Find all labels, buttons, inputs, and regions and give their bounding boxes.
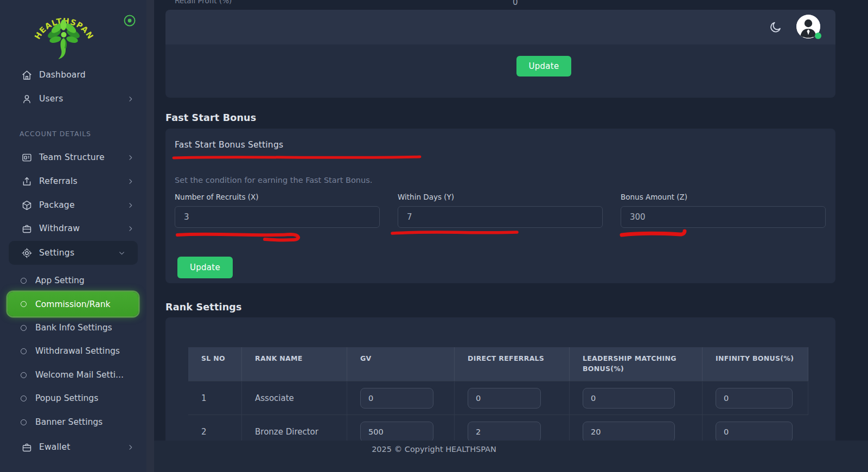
retail-profit-card-partial — [165, 44, 835, 98]
field-within-days: Within Days (Y) — [398, 193, 603, 228]
row1-infinity-bonus-input[interactable] — [716, 388, 793, 409]
row2-gv-input[interactable] — [360, 422, 433, 442]
subitem-label: Withdrawal Settings — [35, 346, 120, 356]
number-of-recruits-label: Number of Recruits (X) — [175, 193, 380, 201]
col-header-leadership-matching-bonus: LEADERSHIP MATCHING BONUS(%) — [570, 347, 703, 381]
top-navbar — [165, 10, 835, 44]
healthspan-logo[interactable]: HEALTHSPAN — [30, 5, 98, 61]
sidebar-item-label: Team Structure — [39, 152, 105, 162]
bullet-icon — [21, 372, 27, 378]
bullet-icon — [21, 419, 27, 425]
sidebar-subitem-popup-settings[interactable]: Popup Settings — [0, 386, 146, 410]
bonus-amount-label: Bonus Amount (Z) — [621, 193, 826, 201]
subitem-label: Banner Settings — [35, 417, 103, 427]
chevron-right-icon — [127, 177, 135, 185]
fast-start-bonus-section-title: Fast Start Bonus — [165, 112, 256, 123]
within-days-input[interactable] — [398, 206, 603, 228]
sidebar-item-users[interactable]: Users — [0, 87, 146, 111]
referral-icon — [21, 175, 33, 187]
subitem-label: Welcome Mail Setti... — [35, 370, 124, 380]
clipped-retail-profit-label: Retail Profit (%) — [175, 0, 232, 5]
bullet-icon — [21, 278, 27, 284]
subitem-label: Commission/Rank — [35, 299, 111, 309]
sidebar-section-account-details: ACCOUNT DETAILS — [20, 130, 91, 138]
target-icon — [123, 14, 137, 28]
chevron-right-icon — [127, 201, 135, 209]
row1-gv-input[interactable] — [360, 388, 433, 409]
col-header-sl-no: SL NO — [188, 347, 242, 381]
home-icon — [21, 69, 33, 81]
chevron-right-icon — [127, 154, 135, 161]
sidebar-item-label: Referrals — [39, 176, 78, 186]
row1-leadership-cell — [570, 381, 703, 414]
row1-direct-referrals-input[interactable] — [468, 388, 541, 409]
field-bonus-amount: Bonus Amount (Z) — [621, 193, 826, 228]
bonus-amount-input[interactable] — [621, 206, 826, 228]
sidebar-subitem-welcome-mail-settings[interactable]: Welcome Mail Setti... — [0, 363, 146, 387]
chevron-right-icon — [127, 225, 135, 232]
sidebar-item-label: Settings — [39, 248, 74, 258]
sidebar-item-label: Package — [39, 200, 75, 210]
row1-direct-cell — [455, 381, 570, 414]
withdraw-icon — [21, 222, 33, 234]
fast-start-bonus-description: Set the condition for earning the Fast S… — [175, 176, 372, 184]
sidebar-item-team-structure[interactable]: Team Structure — [0, 145, 146, 169]
number-of-recruits-input[interactable] — [175, 206, 380, 228]
ewallet-icon — [21, 441, 33, 453]
sidebar-item-label: Dashboard — [39, 70, 86, 80]
retail-profit-update-button[interactable]: Update — [516, 56, 571, 76]
bullet-icon — [21, 348, 27, 354]
chevron-down-icon — [118, 249, 126, 257]
chevron-right-icon — [127, 95, 135, 103]
row1-gv-cell — [347, 381, 455, 414]
fast-start-bonus-card-title: Fast Start Bonus Settings — [175, 140, 283, 150]
gear-icon — [21, 247, 33, 259]
col-header-infinity-bonus: INFINITY BONUS(%) — [703, 347, 808, 381]
sidebar-item-label: Ewallet — [39, 442, 71, 452]
sidebar-pin-toggle[interactable] — [123, 14, 137, 28]
moon-icon — [769, 21, 782, 34]
sidebar-subitem-app-setting[interactable]: App Setting — [0, 269, 146, 292]
row1-infinity-cell — [703, 381, 808, 414]
sidebar-subitem-bank-info-settings[interactable]: Bank Info Settings — [0, 316, 146, 340]
bullet-icon — [21, 396, 27, 401]
sidebar-item-ewallet[interactable]: Ewallet — [0, 435, 146, 459]
rank-settings-section-title: Rank Settings — [165, 302, 242, 312]
sidebar-item-withdraw[interactable]: Withdraw — [0, 216, 146, 240]
sidebar-item-referrals[interactable]: Referrals — [0, 169, 146, 193]
row1-sl: 1 — [188, 381, 242, 414]
row1-leadership-bonus-input[interactable] — [583, 388, 675, 409]
subitem-label: Bank Info Settings — [35, 323, 112, 333]
row2-leadership-bonus-input[interactable] — [583, 422, 675, 442]
chevron-right-icon — [127, 443, 135, 451]
sidebar-item-label: Withdraw — [39, 224, 80, 233]
within-days-label: Within Days (Y) — [398, 193, 603, 201]
rank-settings-card: SL NO RANK NAME GV DIRECT REFERRALS LEAD… — [165, 317, 835, 441]
sidebar-item-package[interactable]: Package — [0, 193, 146, 217]
sidebar-subitem-banner-settings[interactable]: Banner Settings — [0, 410, 146, 434]
sidebar-item-dashboard[interactable]: Dashboard — [0, 63, 146, 87]
clipped-retail-profit-value: 0 — [513, 0, 518, 7]
bullet-icon — [21, 301, 27, 307]
sidebar-edge-strip — [146, 0, 154, 472]
sidebar-item-label: Users — [39, 94, 63, 104]
col-header-direct-referrals: DIRECT REFERRALS — [455, 347, 570, 381]
package-icon — [21, 199, 33, 211]
fast-start-update-button[interactable]: Update — [177, 257, 233, 278]
sidebar-subitem-commission-rank[interactable]: Commission/Rank — [8, 292, 138, 316]
sidebar: HEALTHSPAN Dashboard — [0, 0, 146, 472]
field-number-of-recruits: Number of Recruits (X) — [175, 193, 380, 228]
col-header-gv: GV — [347, 347, 455, 381]
row1-rank-name: Associate — [242, 381, 347, 414]
subitem-label: App Setting — [35, 276, 85, 285]
dark-mode-toggle[interactable] — [769, 21, 782, 34]
col-header-rank-name: RANK NAME — [242, 347, 347, 381]
user-icon — [21, 93, 33, 105]
sidebar-subitem-withdrawal-settings[interactable]: Withdrawal Settings — [0, 339, 146, 363]
row2-infinity-bonus-input[interactable] — [716, 422, 793, 442]
sidebar-item-settings[interactable]: Settings — [9, 241, 138, 265]
rank-settings-table: SL NO RANK NAME GV DIRECT REFERRALS LEAD… — [188, 347, 808, 448]
team-icon — [21, 151, 33, 163]
row2-direct-referrals-input[interactable] — [468, 422, 541, 442]
subitem-label: Popup Settings — [35, 393, 98, 403]
